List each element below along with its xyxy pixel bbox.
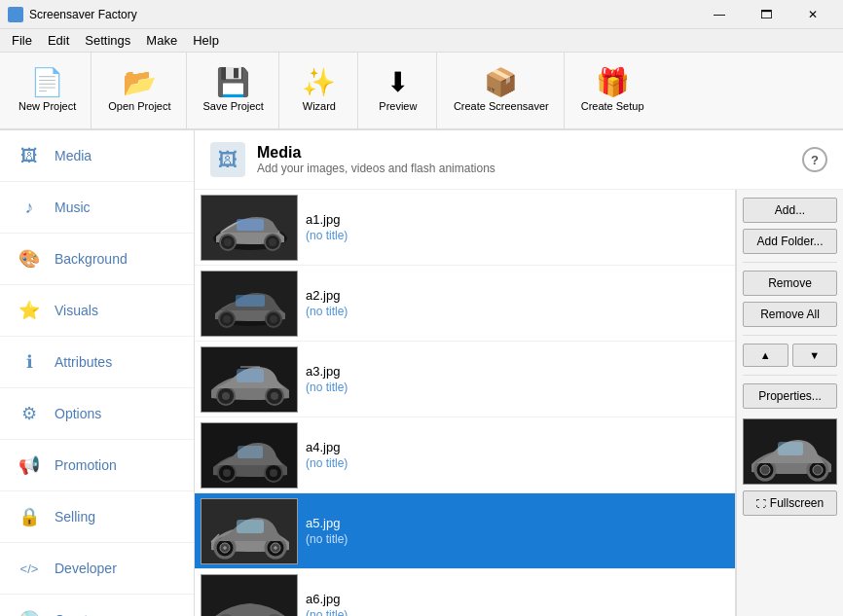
file-subtitle: (no title) <box>306 380 348 394</box>
close-button[interactable]: ✕ <box>790 0 835 29</box>
remove-all-button[interactable]: Remove All <box>743 302 837 327</box>
sidebar-item-options[interactable]: ⚙ Options <box>0 388 194 440</box>
wizard-button[interactable]: ✨ Wizard <box>285 56 353 125</box>
toolbar-group-wizard: ✨ Wizard <box>281 53 358 128</box>
create-screensaver-icon: 📦 <box>484 69 518 96</box>
new-project-button[interactable]: 📄 New Project <box>8 56 87 125</box>
sidebar-item-media[interactable]: 🖼 Media <box>0 130 194 182</box>
file-name: a3.jpg <box>306 364 348 379</box>
main-header-icon: 🖼 <box>210 142 245 177</box>
file-subtitle: (no title) <box>306 456 348 470</box>
add-folder-button[interactable]: Add Folder... <box>743 229 837 254</box>
create-screensaver-button[interactable]: 📦 Create Screensaver <box>443 56 560 125</box>
help-button[interactable]: ? <box>802 147 827 172</box>
table-row[interactable]: a6.jpg (no title) <box>195 569 735 616</box>
move-up-button[interactable]: ▲ <box>743 344 788 367</box>
file-thumbnail <box>201 498 298 564</box>
save-project-button[interactable]: 💾 Save Project <box>193 56 275 125</box>
create-setup-button[interactable]: 🎁 Create Setup <box>570 56 655 125</box>
divider <box>743 335 837 336</box>
sidebar-item-create[interactable]: 💿 Create <box>0 595 194 616</box>
main-panel: 🖼 Media Add your images, videos and flas… <box>195 130 843 616</box>
main-body: a1.jpg (no title) <box>195 190 843 616</box>
sidebar-label-selling: Selling <box>55 509 95 525</box>
svg-point-44 <box>760 465 770 475</box>
background-icon: 🎨 <box>16 245 43 272</box>
svg-point-12 <box>270 315 277 323</box>
file-list[interactable]: a1.jpg (no title) <box>195 190 736 616</box>
create-screensaver-label: Create Screensaver <box>454 100 549 112</box>
window-title: Screensaver Factory <box>29 8 137 21</box>
svg-rect-19 <box>237 369 264 382</box>
selling-icon: 🔒 <box>16 503 43 530</box>
sidebar-item-selling[interactable]: 🔒 Selling <box>0 491 194 543</box>
open-project-button[interactable]: 📂 Open Project <box>97 56 181 125</box>
sidebar-item-background[interactable]: 🎨 Background <box>0 234 194 285</box>
app-icon <box>8 7 23 22</box>
wizard-icon: ✨ <box>302 69 336 96</box>
file-subtitle: (no title) <box>306 229 348 242</box>
menu-make[interactable]: Make <box>138 31 185 50</box>
right-panel: Add... Add Folder... Remove Remove All ▲… <box>736 190 843 616</box>
remove-button[interactable]: Remove <box>743 271 837 296</box>
sidebar: 🖼 Media ♪ Music 🎨 Background ⭐ Visuals ℹ… <box>0 130 195 616</box>
table-row[interactable]: a3.jpg (no title) <box>195 342 735 417</box>
file-thumbnail <box>201 422 298 489</box>
file-name: a5.jpg <box>306 516 348 530</box>
minimize-button[interactable]: — <box>697 0 742 29</box>
create-icon: 💿 <box>16 606 43 616</box>
file-info: a5.jpg (no title) <box>306 516 348 546</box>
preview-button[interactable]: ⬇ Preview <box>364 56 432 125</box>
sidebar-label-visuals: Visuals <box>55 303 98 318</box>
sidebar-label-options: Options <box>55 406 101 421</box>
svg-point-4 <box>224 238 232 246</box>
toolbar-group-preview: ⬇ Preview <box>360 53 437 128</box>
file-subtitle: (no title) <box>306 305 348 318</box>
table-row[interactable]: a1.jpg (no title) <box>195 190 735 266</box>
media-icon: 🖼 <box>16 142 43 169</box>
save-project-icon: 💾 <box>216 69 250 96</box>
menu-file[interactable]: File <box>4 31 40 50</box>
sidebar-item-visuals[interactable]: ⭐ Visuals <box>0 285 194 337</box>
sidebar-label-developer: Developer <box>55 561 117 576</box>
svg-rect-13 <box>236 295 265 307</box>
file-subtitle: (no title) <box>306 608 348 616</box>
file-info: a2.jpg (no title) <box>306 288 348 318</box>
table-row[interactable]: a4.jpg (no title) <box>195 417 735 493</box>
menu-settings[interactable]: Settings <box>77 31 138 50</box>
main-header: 🖼 Media Add your images, videos and flas… <box>195 130 843 190</box>
toolbar-group-open: 📂 Open Project <box>93 53 186 128</box>
sidebar-item-music[interactable]: ♪ Music <box>0 182 194 234</box>
file-info: a4.jpg (no title) <box>306 440 348 470</box>
title-bar: Screensaver Factory — 🗖 ✕ <box>0 0 843 29</box>
fullscreen-icon: ⛶ <box>756 498 766 509</box>
new-project-label: New Project <box>18 100 76 112</box>
maximize-button[interactable]: 🗖 <box>744 0 788 29</box>
toolbar-group-save: 💾 Save Project <box>189 53 279 128</box>
create-setup-label: Create Setup <box>581 100 644 112</box>
table-row[interactable]: a5.jpg (no title) <box>195 493 735 569</box>
sidebar-item-attributes[interactable]: ℹ Attributes <box>0 337 194 388</box>
svg-rect-35 <box>237 520 264 533</box>
properties-button[interactable]: Properties... <box>743 383 837 409</box>
fullscreen-button[interactable]: ⛶ Fullscreen <box>743 490 837 516</box>
file-subtitle: (no title) <box>306 532 348 546</box>
menu-edit[interactable]: Edit <box>40 31 77 50</box>
file-name: a6.jpg <box>306 592 348 606</box>
wizard-label: Wizard <box>303 100 336 112</box>
toolbar-group-create-ss: 📦 Create Screensaver <box>439 53 565 128</box>
sidebar-item-developer[interactable]: </> Developer <box>0 543 194 595</box>
add-button[interactable]: Add... <box>743 198 837 223</box>
main-header-text: Media Add your images, videos and flash … <box>257 144 495 175</box>
menu-help[interactable]: Help <box>185 31 227 50</box>
divider <box>743 375 837 376</box>
table-row[interactable]: a2.jpg (no title) <box>195 266 735 342</box>
toolbar-group-new: 📄 New Project <box>4 53 92 128</box>
sidebar-item-promotion[interactable]: 📢 Promotion <box>0 440 194 491</box>
panel-title: Media <box>257 144 495 162</box>
sidebar-label-promotion: Promotion <box>55 457 117 473</box>
options-icon: ⚙ <box>16 400 43 427</box>
move-down-button[interactable]: ▼ <box>792 344 838 367</box>
file-thumbnail <box>201 195 298 261</box>
create-setup-icon: 🎁 <box>596 69 630 96</box>
